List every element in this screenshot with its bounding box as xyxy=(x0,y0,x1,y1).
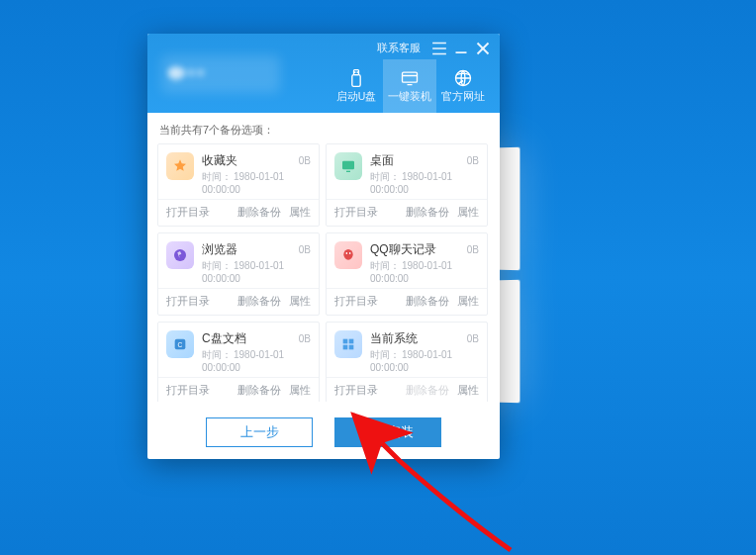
svg-point-19 xyxy=(349,252,351,254)
delete-backup-link[interactable]: 删除备份 xyxy=(237,383,281,398)
backup-card: 当前系统0B时间：1980-01-01 00:00:00打开目录删除备份属性 xyxy=(326,322,488,402)
svg-text:C: C xyxy=(178,341,183,348)
svg-rect-10 xyxy=(403,72,418,82)
open-dir-link[interactable]: 打开目录 xyxy=(166,205,210,220)
backup-size: 0B xyxy=(467,333,479,344)
svg-rect-15 xyxy=(346,171,350,172)
customer-service-link[interactable]: 联系客服 xyxy=(369,38,428,58)
delete-backup-link[interactable]: 删除备份 xyxy=(237,205,281,220)
properties-link[interactable]: 属性 xyxy=(289,294,311,309)
backup-time: 时间：1980-01-01 00:00:00 xyxy=(202,348,311,373)
installer-footer: 上一步 开始安装 xyxy=(147,406,500,459)
star-icon xyxy=(166,152,194,180)
window-titlebar: 联系客服 xyxy=(369,38,494,58)
delete-backup-link: 删除备份 xyxy=(406,383,449,398)
svg-rect-7 xyxy=(352,75,360,87)
tab-usb[interactable]: 启动U盘 xyxy=(330,59,383,113)
backup-time: 时间：1980-01-01 00:00:00 xyxy=(370,170,479,195)
properties-link[interactable]: 属性 xyxy=(289,383,311,398)
backup-time: 时间：1980-01-01 00:00:00 xyxy=(370,259,479,284)
properties-link[interactable]: 属性 xyxy=(457,383,479,398)
backup-card: 浏览器0B时间：1980-01-01 00:00:00打开目录删除备份属性 xyxy=(157,232,320,316)
backup-card: 桌面0B时间：1980-01-01 00:00:00打开目录删除备份属性 xyxy=(326,143,488,227)
start-install-button[interactable]: 开始安装 xyxy=(334,417,441,447)
backup-size: 0B xyxy=(299,155,311,166)
backup-size: 0B xyxy=(299,333,311,344)
svg-rect-23 xyxy=(349,339,354,344)
svg-point-18 xyxy=(346,252,348,254)
delete-backup-link[interactable]: 删除备份 xyxy=(237,294,281,309)
backup-name: QQ聊天记录 xyxy=(370,241,436,258)
backup-time: 时间：1980-01-01 00:00:00 xyxy=(202,259,311,284)
prev-button[interactable]: 上一步 xyxy=(206,417,313,447)
backup-card: 收藏夹0B时间：1980-01-01 00:00:00打开目录删除备份属性 xyxy=(157,143,320,227)
tab-install[interactable]: 一键装机 xyxy=(383,59,436,113)
open-dir-link[interactable]: 打开目录 xyxy=(166,383,210,398)
installer-header: ●●●● 联系客服 启动U盘 一键装机 官方 xyxy=(147,34,500,113)
backup-size: 0B xyxy=(467,244,479,255)
backup-name: 收藏夹 xyxy=(202,152,237,169)
installer-body: 当前共有7个备份选项： 收藏夹0B时间：1980-01-01 00:00:00打… xyxy=(147,113,500,406)
properties-link[interactable]: 属性 xyxy=(457,294,479,309)
properties-link[interactable]: 属性 xyxy=(289,205,311,220)
desktop-icon xyxy=(334,152,362,180)
backup-name: 当前系统 xyxy=(370,330,418,347)
open-dir-link[interactable]: 打开目录 xyxy=(334,294,378,309)
backup-size: 0B xyxy=(467,155,479,166)
delete-backup-link[interactable]: 删除备份 xyxy=(406,205,449,220)
svg-point-16 xyxy=(174,249,186,261)
properties-link[interactable]: 属性 xyxy=(457,205,479,220)
svg-point-17 xyxy=(343,249,352,260)
open-dir-link[interactable]: 打开目录 xyxy=(166,294,210,309)
backup-grid: 收藏夹0B时间：1980-01-01 00:00:00打开目录删除备份属性桌面0… xyxy=(157,143,490,402)
svg-rect-14 xyxy=(342,161,354,170)
delete-backup-link[interactable]: 删除备份 xyxy=(406,294,449,309)
backup-size: 0B xyxy=(299,244,311,255)
minimize-icon[interactable] xyxy=(450,40,472,57)
backup-card: QQ聊天记录0B时间：1980-01-01 00:00:00打开目录删除备份属性 xyxy=(326,232,488,316)
menu-icon[interactable] xyxy=(428,40,450,57)
close-icon[interactable] xyxy=(472,40,494,57)
backup-name: 浏览器 xyxy=(202,241,237,258)
backup-time: 时间：1980-01-01 00:00:00 xyxy=(202,170,311,195)
svg-rect-25 xyxy=(349,345,354,350)
backup-time: 时间：1980-01-01 00:00:00 xyxy=(370,348,479,373)
backup-card: CC盘文档0B时间：1980-01-01 00:00:00打开目录删除备份属性 xyxy=(157,322,320,402)
backup-name: 桌面 xyxy=(370,152,394,169)
header-tabs: 启动U盘 一键装机 官方网址 xyxy=(330,59,490,113)
svg-rect-22 xyxy=(343,339,348,344)
svg-rect-24 xyxy=(343,345,348,350)
tab-website[interactable]: 官方网址 xyxy=(436,59,490,113)
open-dir-link[interactable]: 打开目录 xyxy=(334,383,378,398)
browser-icon xyxy=(166,241,194,269)
cdisk-icon: C xyxy=(166,330,194,358)
backup-name: C盘文档 xyxy=(202,330,246,347)
qq-icon xyxy=(334,241,362,269)
backup-count-label: 当前共有7个备份选项： xyxy=(157,121,490,143)
open-dir-link[interactable]: 打开目录 xyxy=(334,205,378,220)
installer-window: ●●●● 联系客服 启动U盘 一键装机 官方 xyxy=(147,34,500,459)
os-icon xyxy=(334,330,362,358)
